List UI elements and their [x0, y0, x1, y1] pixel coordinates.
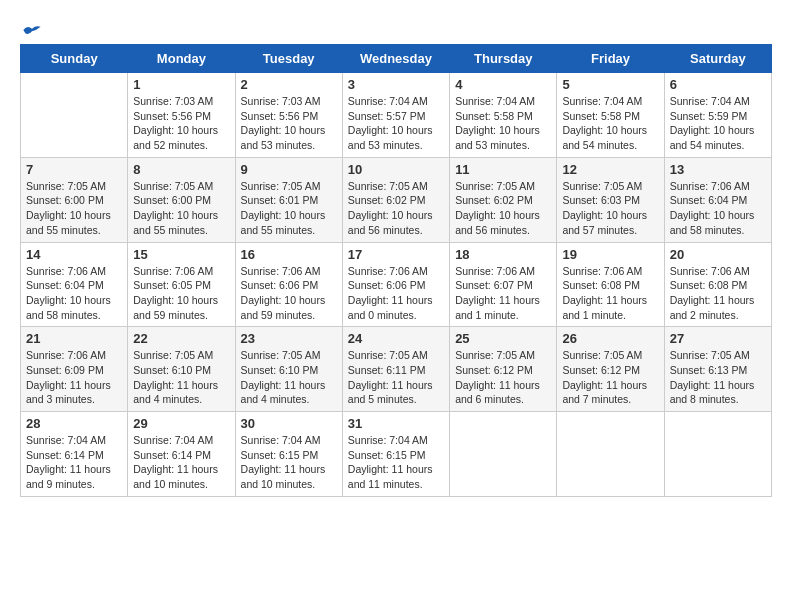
calendar-cell: 19Sunrise: 7:06 AMSunset: 6:08 PMDayligh… [557, 242, 664, 327]
calendar-cell: 27Sunrise: 7:05 AMSunset: 6:13 PMDayligh… [664, 327, 771, 412]
day-info: Sunrise: 7:03 AMSunset: 5:56 PMDaylight:… [241, 94, 337, 153]
calendar-week-row: 21Sunrise: 7:06 AMSunset: 6:09 PMDayligh… [21, 327, 772, 412]
calendar-cell: 10Sunrise: 7:05 AMSunset: 6:02 PMDayligh… [342, 157, 449, 242]
day-info: Sunrise: 7:04 AMSunset: 5:58 PMDaylight:… [562, 94, 658, 153]
calendar-weekday-thursday: Thursday [450, 45, 557, 73]
day-info: Sunrise: 7:06 AMSunset: 6:07 PMDaylight:… [455, 264, 551, 323]
day-info: Sunrise: 7:05 AMSunset: 6:00 PMDaylight:… [133, 179, 229, 238]
calendar-weekday-monday: Monday [128, 45, 235, 73]
day-info: Sunrise: 7:05 AMSunset: 6:00 PMDaylight:… [26, 179, 122, 238]
calendar-week-row: 7Sunrise: 7:05 AMSunset: 6:00 PMDaylight… [21, 157, 772, 242]
day-number: 22 [133, 331, 229, 346]
day-info: Sunrise: 7:06 AMSunset: 6:04 PMDaylight:… [26, 264, 122, 323]
day-number: 17 [348, 247, 444, 262]
calendar-cell: 12Sunrise: 7:05 AMSunset: 6:03 PMDayligh… [557, 157, 664, 242]
day-info: Sunrise: 7:04 AMSunset: 6:14 PMDaylight:… [26, 433, 122, 492]
calendar-cell: 13Sunrise: 7:06 AMSunset: 6:04 PMDayligh… [664, 157, 771, 242]
day-number: 6 [670, 77, 766, 92]
calendar-cell [664, 412, 771, 497]
day-info: Sunrise: 7:03 AMSunset: 5:56 PMDaylight:… [133, 94, 229, 153]
calendar-week-row: 14Sunrise: 7:06 AMSunset: 6:04 PMDayligh… [21, 242, 772, 327]
calendar-cell: 11Sunrise: 7:05 AMSunset: 6:02 PMDayligh… [450, 157, 557, 242]
calendar-cell [21, 73, 128, 158]
calendar-cell: 4Sunrise: 7:04 AMSunset: 5:58 PMDaylight… [450, 73, 557, 158]
calendar-cell: 24Sunrise: 7:05 AMSunset: 6:11 PMDayligh… [342, 327, 449, 412]
day-info: Sunrise: 7:04 AMSunset: 6:15 PMDaylight:… [241, 433, 337, 492]
calendar-cell: 25Sunrise: 7:05 AMSunset: 6:12 PMDayligh… [450, 327, 557, 412]
day-info: Sunrise: 7:05 AMSunset: 6:03 PMDaylight:… [562, 179, 658, 238]
day-number: 20 [670, 247, 766, 262]
calendar-header-row: SundayMondayTuesdayWednesdayThursdayFrid… [21, 45, 772, 73]
calendar-table: SundayMondayTuesdayWednesdayThursdayFrid… [20, 44, 772, 497]
calendar-cell: 16Sunrise: 7:06 AMSunset: 6:06 PMDayligh… [235, 242, 342, 327]
day-info: Sunrise: 7:05 AMSunset: 6:01 PMDaylight:… [241, 179, 337, 238]
day-number: 24 [348, 331, 444, 346]
day-info: Sunrise: 7:05 AMSunset: 6:13 PMDaylight:… [670, 348, 766, 407]
day-info: Sunrise: 7:06 AMSunset: 6:06 PMDaylight:… [348, 264, 444, 323]
calendar-cell: 15Sunrise: 7:06 AMSunset: 6:05 PMDayligh… [128, 242, 235, 327]
day-number: 14 [26, 247, 122, 262]
calendar-cell: 8Sunrise: 7:05 AMSunset: 6:00 PMDaylight… [128, 157, 235, 242]
day-number: 15 [133, 247, 229, 262]
day-info: Sunrise: 7:05 AMSunset: 6:11 PMDaylight:… [348, 348, 444, 407]
day-number: 2 [241, 77, 337, 92]
day-number: 23 [241, 331, 337, 346]
calendar-cell: 7Sunrise: 7:05 AMSunset: 6:00 PMDaylight… [21, 157, 128, 242]
day-info: Sunrise: 7:04 AMSunset: 5:58 PMDaylight:… [455, 94, 551, 153]
calendar-cell: 9Sunrise: 7:05 AMSunset: 6:01 PMDaylight… [235, 157, 342, 242]
day-number: 7 [26, 162, 122, 177]
calendar-cell: 26Sunrise: 7:05 AMSunset: 6:12 PMDayligh… [557, 327, 664, 412]
calendar-cell: 18Sunrise: 7:06 AMSunset: 6:07 PMDayligh… [450, 242, 557, 327]
day-number: 16 [241, 247, 337, 262]
day-info: Sunrise: 7:05 AMSunset: 6:10 PMDaylight:… [133, 348, 229, 407]
day-number: 13 [670, 162, 766, 177]
calendar-cell: 29Sunrise: 7:04 AMSunset: 6:14 PMDayligh… [128, 412, 235, 497]
day-number: 1 [133, 77, 229, 92]
calendar-weekday-tuesday: Tuesday [235, 45, 342, 73]
day-info: Sunrise: 7:06 AMSunset: 6:05 PMDaylight:… [133, 264, 229, 323]
calendar-weekday-friday: Friday [557, 45, 664, 73]
day-number: 25 [455, 331, 551, 346]
calendar-weekday-wednesday: Wednesday [342, 45, 449, 73]
page-header [20, 20, 772, 34]
logo-bird-icon [22, 20, 42, 40]
day-number: 8 [133, 162, 229, 177]
day-info: Sunrise: 7:04 AMSunset: 6:14 PMDaylight:… [133, 433, 229, 492]
day-info: Sunrise: 7:04 AMSunset: 6:15 PMDaylight:… [348, 433, 444, 492]
calendar-cell: 3Sunrise: 7:04 AMSunset: 5:57 PMDaylight… [342, 73, 449, 158]
day-number: 29 [133, 416, 229, 431]
calendar-cell: 21Sunrise: 7:06 AMSunset: 6:09 PMDayligh… [21, 327, 128, 412]
day-number: 26 [562, 331, 658, 346]
day-number: 27 [670, 331, 766, 346]
calendar-cell [557, 412, 664, 497]
day-number: 18 [455, 247, 551, 262]
calendar-cell: 17Sunrise: 7:06 AMSunset: 6:06 PMDayligh… [342, 242, 449, 327]
day-info: Sunrise: 7:04 AMSunset: 5:57 PMDaylight:… [348, 94, 444, 153]
calendar-cell: 20Sunrise: 7:06 AMSunset: 6:08 PMDayligh… [664, 242, 771, 327]
day-number: 9 [241, 162, 337, 177]
day-info: Sunrise: 7:06 AMSunset: 6:08 PMDaylight:… [670, 264, 766, 323]
day-number: 28 [26, 416, 122, 431]
calendar-cell: 23Sunrise: 7:05 AMSunset: 6:10 PMDayligh… [235, 327, 342, 412]
day-info: Sunrise: 7:06 AMSunset: 6:04 PMDaylight:… [670, 179, 766, 238]
calendar-cell: 28Sunrise: 7:04 AMSunset: 6:14 PMDayligh… [21, 412, 128, 497]
day-number: 21 [26, 331, 122, 346]
day-info: Sunrise: 7:06 AMSunset: 6:08 PMDaylight:… [562, 264, 658, 323]
day-info: Sunrise: 7:04 AMSunset: 5:59 PMDaylight:… [670, 94, 766, 153]
calendar-cell: 1Sunrise: 7:03 AMSunset: 5:56 PMDaylight… [128, 73, 235, 158]
calendar-cell: 30Sunrise: 7:04 AMSunset: 6:15 PMDayligh… [235, 412, 342, 497]
day-number: 11 [455, 162, 551, 177]
day-info: Sunrise: 7:05 AMSunset: 6:12 PMDaylight:… [562, 348, 658, 407]
day-number: 30 [241, 416, 337, 431]
calendar-weekday-saturday: Saturday [664, 45, 771, 73]
day-number: 4 [455, 77, 551, 92]
day-number: 5 [562, 77, 658, 92]
day-info: Sunrise: 7:05 AMSunset: 6:10 PMDaylight:… [241, 348, 337, 407]
day-number: 19 [562, 247, 658, 262]
day-info: Sunrise: 7:05 AMSunset: 6:02 PMDaylight:… [455, 179, 551, 238]
day-number: 12 [562, 162, 658, 177]
day-info: Sunrise: 7:06 AMSunset: 6:06 PMDaylight:… [241, 264, 337, 323]
day-info: Sunrise: 7:06 AMSunset: 6:09 PMDaylight:… [26, 348, 122, 407]
calendar-weekday-sunday: Sunday [21, 45, 128, 73]
calendar-cell: 22Sunrise: 7:05 AMSunset: 6:10 PMDayligh… [128, 327, 235, 412]
